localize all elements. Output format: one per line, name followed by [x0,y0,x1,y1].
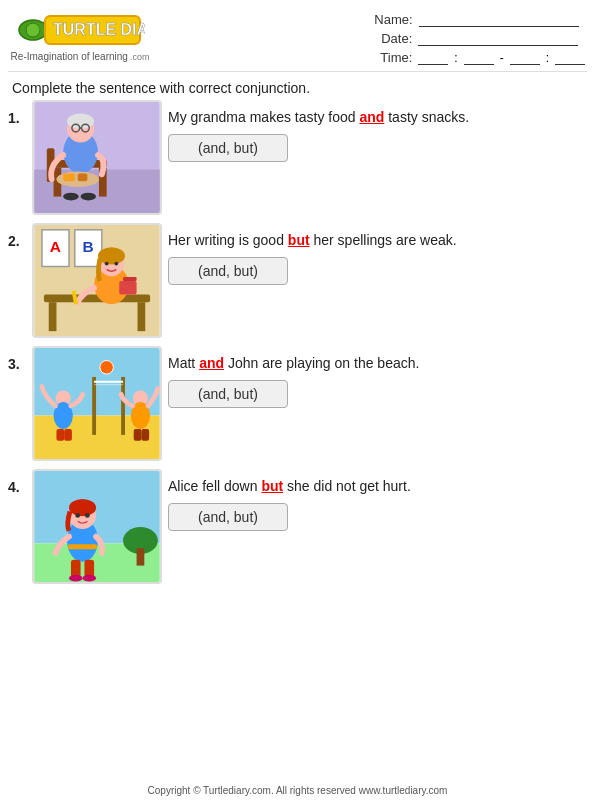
q4-content: Alice fell down but she did not get hurt… [168,469,587,531]
svg-rect-21 [78,173,88,181]
header: TURTLE DIARY Re-Imagination of learning … [0,0,595,69]
name-label: Name: [374,12,412,27]
svg-rect-53 [134,429,142,441]
svg-rect-65 [71,560,81,577]
svg-point-64 [85,513,90,518]
svg-text:A: A [50,238,61,255]
svg-text:TURTLE DIARY: TURTLE DIARY [53,21,145,38]
svg-rect-38 [119,281,136,295]
question-4: 4. [8,469,587,584]
question-3: 3. [8,346,587,461]
q1-number: 1. [8,110,26,126]
q1-answer: and [359,109,384,125]
svg-point-1 [26,23,40,37]
svg-rect-43 [121,377,125,435]
svg-point-63 [75,513,80,518]
q2-answer: but [288,232,310,248]
svg-point-36 [114,262,118,266]
time-line4 [555,51,585,65]
svg-rect-42 [92,377,96,435]
q4-image [32,469,162,584]
header-divider [8,71,587,72]
svg-rect-54 [141,429,149,441]
name-row: Name: [374,12,585,27]
time-label: Time: [374,50,412,65]
q1-after: tasty snacks. [388,109,469,125]
q2-content: Her writing is good but her spellings ar… [168,223,587,285]
svg-rect-66 [84,560,94,577]
date-label: Date: [374,31,412,46]
q3-illustration [34,348,160,459]
q4-text: Alice fell down but she did not get hurt… [168,477,587,497]
q3-answer: and [199,355,224,371]
question-2: 2. A B [8,223,587,338]
q2-illustration: A B [34,225,160,336]
q3-options-button[interactable]: (and, but) [168,380,288,408]
form-fields: Name: Date: Time: : - : [374,8,585,65]
q3-content: Matt and John are playing on the beach. … [168,346,587,408]
q1-illustration [34,102,160,213]
q4-answer: but [261,478,283,494]
footer: Copyright © Turtlediary.com. All rights … [0,785,595,796]
q4-number: 4. [8,479,26,495]
svg-rect-25 [44,294,150,302]
time-row: Time: : - : [374,50,585,65]
q1-options-button[interactable]: (and, but) [168,134,288,162]
svg-rect-26 [49,302,57,331]
date-row: Date: [374,31,585,46]
q3-text: Matt and John are playing on the beach. [168,354,587,374]
date-line [418,32,578,46]
question-1: 1. [8,100,587,215]
q2-text: Her writing is good but her spellings ar… [168,231,587,251]
svg-rect-39 [123,277,137,281]
svg-point-62 [69,499,96,516]
svg-rect-20 [63,173,75,181]
svg-point-35 [105,262,109,266]
time-line3 [510,51,540,65]
q1-content: My grandma makes tasty food and tasty sn… [168,100,587,162]
svg-rect-50 [64,429,72,441]
logo-svg: TURTLE DIARY [15,8,145,53]
q2-number: 2. [8,233,26,249]
svg-point-19 [56,171,98,186]
svg-rect-27 [138,302,146,331]
q2-before: Her writing is good [168,232,284,248]
svg-point-22 [63,193,78,201]
svg-point-46 [100,361,114,375]
q4-before: Alice fell down [168,478,258,494]
instruction-label: Complete the sentence with correct conju… [12,80,310,96]
svg-point-68 [83,575,97,582]
q2-image: A B [32,223,162,338]
logo-com: .com [130,52,150,62]
q4-illustration [34,471,160,582]
time-line2 [464,51,494,65]
svg-rect-58 [137,548,145,565]
footer-text: Copyright © Turtlediary.com. All rights … [148,785,448,796]
q3-image [32,346,162,461]
questions-container: 1. [0,100,595,584]
q1-image [32,100,162,215]
logo-area: TURTLE DIARY Re-Imagination of learning … [10,8,150,62]
svg-point-34 [98,247,125,264]
q3-after: John are playing on the beach. [228,355,419,371]
q3-before: Matt [168,355,195,371]
q1-text: My grandma makes tasty food and tasty sn… [168,108,587,128]
q3-number: 3. [8,356,26,372]
svg-rect-60 [68,544,97,549]
svg-point-15 [67,114,94,129]
q2-options-button[interactable]: (and, but) [168,257,288,285]
q4-options-button[interactable]: (and, but) [168,503,288,531]
instruction-text: Complete the sentence with correct conju… [0,74,595,100]
q2-after: her spellings are weak. [313,232,456,248]
logo-tagline: Re-Imagination of learning [11,51,128,62]
time-line1 [418,51,448,65]
q4-after: she did not get hurt. [287,478,411,494]
name-line [419,13,579,27]
svg-rect-49 [56,429,64,441]
svg-point-23 [81,193,96,201]
q1-before: My grandma makes tasty food [168,109,356,125]
svg-text:B: B [83,238,94,255]
svg-point-67 [69,575,83,582]
